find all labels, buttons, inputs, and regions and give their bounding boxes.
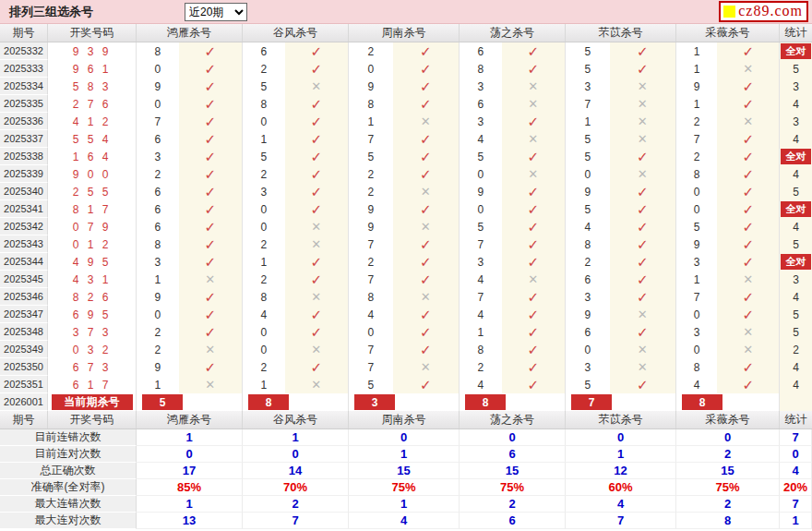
check-icon: ✓	[205, 308, 217, 321]
mark-cell: ✕	[393, 113, 459, 130]
cross-icon: ✕	[528, 80, 538, 92]
column-header: 开奖号码	[48, 24, 137, 42]
summary-value: 13	[137, 513, 243, 529]
check-icon: ✓	[637, 255, 649, 269]
kill-number: 9	[137, 288, 179, 306]
kill-cell: 2✓	[349, 253, 460, 271]
mark-cell: ✕	[393, 358, 459, 376]
summary-row: 目前连错次数1100007	[0, 429, 812, 446]
kill-cell: 1✕	[676, 271, 780, 288]
mark-cell: ✓	[393, 200, 459, 218]
mark-cell: ✕	[285, 78, 348, 95]
kill-number: 7	[349, 358, 393, 376]
kill-number: 1	[137, 271, 179, 288]
table-row: 20253468 2 69✓8✕8✕7✓3✓7✓4	[0, 288, 812, 306]
period-cell: 2025334	[0, 78, 48, 95]
kill-cell: 5✓	[460, 218, 566, 235]
kill-number: 1	[243, 376, 285, 393]
site-logo[interactable]: cz89.com	[719, 1, 808, 22]
mark-cell: ✓	[502, 113, 565, 130]
check-icon: ✓	[528, 150, 540, 163]
check-icon: ✓	[205, 360, 217, 374]
draw-numbers-cell: 6 7 3	[48, 358, 137, 376]
kill-number: 4	[676, 376, 717, 393]
kill-cell: 7✓	[460, 235, 566, 253]
period-cell: 2025342	[0, 218, 48, 235]
kill-number: 7	[349, 235, 393, 253]
kill-number: 2	[349, 42, 393, 60]
kill-number: 5	[460, 148, 502, 165]
summary-value: 0	[566, 429, 676, 446]
kill-cell: 7✕	[349, 358, 460, 376]
kill-number: 9	[349, 218, 393, 235]
draw-numbers-cell: 8 1 7	[48, 200, 137, 218]
kill-cell: 5✓	[349, 376, 460, 393]
kill-number: 4	[460, 376, 502, 393]
kill-cell: 5✓	[349, 148, 460, 165]
period-cell: 2025347	[0, 306, 48, 323]
check-icon: ✓	[637, 290, 649, 304]
kill-number: 1	[676, 42, 717, 60]
period-range-select[interactable]: 近20期	[185, 3, 247, 21]
kill-number: 0	[676, 341, 717, 358]
current-kill-cell: 5	[137, 393, 243, 411]
mark-cell: ✕	[502, 130, 565, 148]
kill-number: 4	[566, 218, 610, 235]
period-cell: 2025351	[0, 376, 48, 393]
kill-cell: 1✓	[243, 253, 349, 271]
kill-number: 1	[243, 253, 285, 271]
kill-number: 2	[676, 113, 717, 130]
mark-cell: ✓	[179, 253, 242, 271]
mark-cell: ✓	[393, 376, 459, 393]
kill-cell: 9✓	[349, 78, 460, 95]
kill-number: 5	[566, 60, 610, 78]
all-correct-badge: 全对	[781, 43, 811, 59]
kill-cell: 4✓	[676, 376, 780, 393]
period-cell: 2025348	[0, 323, 48, 341]
mark-cell: ✓	[393, 42, 459, 60]
kill-number: 7	[676, 130, 717, 148]
mark-cell: ✓	[502, 200, 565, 218]
summary-label: 目前连错次数	[0, 429, 137, 446]
mark-cell: ✓	[179, 200, 242, 218]
summary-value: 75%	[349, 479, 460, 496]
kill-cell: 0✓	[460, 200, 566, 218]
period-cell: 2025336	[0, 113, 48, 130]
mark-cell: ✓	[179, 148, 242, 165]
mark-cell: ✓	[502, 42, 565, 60]
kill-cell: 3✕	[676, 323, 780, 341]
mark-cell: ✓	[393, 306, 459, 323]
cross-icon: ✕	[638, 344, 648, 356]
mark-cell: ✕	[179, 271, 242, 288]
kill-cell: 8✓	[349, 95, 460, 113]
kill-number: 1	[460, 323, 502, 341]
check-icon: ✓	[311, 325, 323, 339]
summary-value: 15	[676, 463, 780, 479]
kill-number: 0	[676, 306, 717, 323]
stat-cell: 全对	[780, 148, 812, 165]
mark-cell: ✓	[610, 183, 675, 200]
check-icon: ✓	[637, 325, 649, 339]
mark-cell: ✓	[393, 235, 459, 253]
check-icon: ✓	[420, 325, 432, 339]
check-icon: ✓	[420, 150, 432, 163]
kill-number: 0	[243, 323, 285, 341]
summary-value: 8	[676, 513, 780, 529]
summary-value: 6	[460, 513, 566, 529]
check-icon: ✓	[420, 44, 432, 58]
kill-cell: 0✓	[243, 200, 349, 218]
check-icon: ✓	[637, 185, 649, 199]
kill-cell: 9✓	[349, 200, 460, 218]
stat-cell: 3	[780, 271, 812, 288]
kill-number: 0	[676, 183, 717, 200]
table-body: 20253329 3 98✓6✓2✓6✓5✓1✓全对20253339 6 10✓…	[0, 42, 812, 393]
kill-number: 7	[676, 288, 717, 306]
mark-cell: ✓	[610, 200, 675, 218]
period-cell: 2025333	[0, 60, 48, 78]
kill-cell: 0✕	[243, 341, 349, 358]
table-row: 20253444 9 53✓1✓2✓3✓2✓3✓全对	[0, 253, 812, 271]
mark-cell: ✓	[502, 218, 565, 235]
kill-number: 6	[566, 323, 610, 341]
kill-cell: 2✓	[349, 165, 460, 183]
kill-cell: 8✓	[566, 235, 676, 253]
